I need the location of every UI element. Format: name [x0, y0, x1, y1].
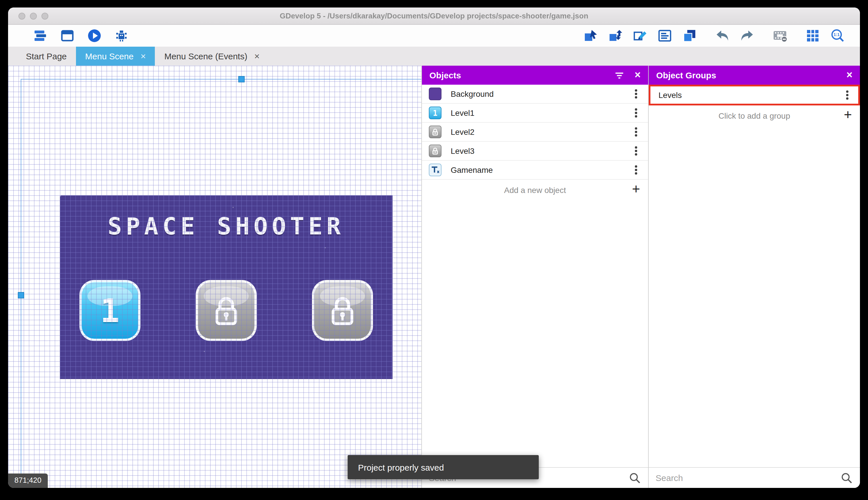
toolbar: 1:1 — [8, 25, 860, 47]
plus-icon: + — [844, 106, 852, 123]
close-panel-icon[interactable]: × — [846, 69, 853, 81]
background-object[interactable]: SPACE SHOOTER 1 — [60, 195, 392, 379]
scene-window-icon[interactable] — [59, 28, 75, 44]
objects-panel-title: Objects — [430, 70, 461, 80]
groups-search-input[interactable] — [656, 473, 840, 483]
save-toast: Project properly saved — [348, 455, 539, 479]
level2-object[interactable] — [196, 280, 257, 341]
level3-object[interactable] — [312, 280, 373, 341]
redo-icon[interactable] — [739, 28, 754, 44]
level1-button-icon: 1 — [429, 106, 442, 119]
star-decoration — [60, 195, 61, 196]
scene-editor-canvas[interactable]: SPACE SHOOTER 1 — [8, 66, 421, 488]
close-window-button[interactable] — [19, 12, 25, 19]
background-swatch-icon — [429, 88, 442, 100]
debug-icon[interactable] — [114, 28, 129, 44]
play-icon[interactable] — [86, 28, 102, 44]
events-list-icon[interactable] — [657, 28, 672, 44]
search-icon[interactable] — [840, 471, 853, 484]
project-manager-icon[interactable] — [32, 28, 48, 44]
object-row-background[interactable]: Background — [422, 85, 648, 104]
move-object-icon[interactable] — [607, 28, 623, 44]
object-menu-icon[interactable] — [631, 112, 641, 114]
filter-icon[interactable] — [613, 68, 626, 82]
gamename-text-object[interactable]: SPACE SHOOTER — [60, 213, 392, 240]
zoom-1-1-icon[interactable]: 1:1 — [830, 28, 845, 44]
object-row-level3[interactable]: Level3 — [422, 142, 648, 161]
level1-number: 1 — [100, 292, 119, 329]
object-menu-icon[interactable] — [631, 169, 641, 171]
scene-resize-handle-left[interactable] — [18, 292, 24, 298]
object-menu-icon[interactable] — [631, 93, 641, 95]
plus-icon: + — [632, 181, 640, 197]
object-row-gamename[interactable]: Gamename — [422, 161, 648, 180]
close-tab-icon[interactable]: × — [254, 52, 260, 61]
lock-button-icon — [429, 126, 442, 138]
group-menu-icon[interactable] — [842, 94, 853, 96]
lock-icon — [210, 294, 243, 327]
content-area: SPACE SHOOTER 1 — [8, 66, 860, 488]
lock-icon — [326, 294, 359, 327]
object-groups-panel-title: Object Groups — [656, 70, 716, 80]
close-panel-icon[interactable]: × — [635, 69, 641, 81]
tab-menu-scene[interactable]: Menu Scene × — [76, 47, 155, 66]
add-group-button[interactable]: Click to add a group + — [649, 105, 860, 126]
groups-panel-empty-space — [649, 126, 860, 467]
objects-panel: Objects × Background 1 Level1 — [421, 66, 648, 488]
level-buttons-row: 1 — [60, 280, 392, 341]
tab-start-page[interactable]: Start Page — [17, 47, 76, 66]
edit-object-icon[interactable] — [632, 28, 647, 44]
text-object-icon — [429, 163, 442, 176]
toolbar-left-group — [8, 28, 129, 44]
tab-menu-scene-events[interactable]: Menu Scene (Events) × — [155, 47, 269, 66]
object-groups-panel: Object Groups × Levels Click to add a gr… — [648, 66, 860, 488]
gdevelop-window: GDevelop 5 - /Users/dkarakay/Documents/G… — [8, 8, 860, 488]
lock-button-icon — [429, 145, 442, 157]
deselect-object-icon[interactable] — [583, 28, 598, 44]
tab-bar: Start Page Menu Scene × Menu Scene (Even… — [8, 47, 860, 66]
tab-label: Menu Scene (Events) — [164, 51, 247, 61]
toolbar-right-group: 1:1 — [583, 28, 860, 44]
preview-disabled-icon[interactable] — [772, 28, 787, 44]
object-row-level1[interactable]: 1 Level1 — [422, 104, 648, 123]
undo-icon[interactable] — [714, 28, 730, 44]
add-new-object-button[interactable]: Add a new object + — [422, 180, 648, 200]
object-menu-icon[interactable] — [631, 131, 641, 133]
level1-object[interactable]: 1 — [80, 280, 140, 341]
window-title: GDevelop 5 - /Users/dkarakay/Documents/G… — [8, 12, 860, 20]
traffic-lights — [19, 12, 48, 19]
minimize-window-button[interactable] — [30, 12, 37, 19]
group-row-levels[interactable]: Levels — [649, 85, 860, 105]
objects-panel-header: Objects × — [422, 66, 648, 85]
zoom-window-button[interactable] — [42, 12, 48, 19]
tab-label: Menu Scene — [85, 51, 133, 61]
close-tab-icon[interactable]: × — [140, 52, 146, 61]
grid-icon[interactable] — [805, 28, 820, 44]
object-row-level2[interactable]: Level2 — [422, 123, 648, 142]
tab-label: Start Page — [26, 51, 67, 61]
titlebar: GDevelop 5 - /Users/dkarakay/Documents/G… — [8, 8, 860, 25]
search-icon[interactable] — [629, 471, 641, 484]
layers-icon[interactable] — [681, 28, 697, 44]
groups-search-bar — [649, 467, 860, 488]
zoom-ratio-label: 1:1 — [833, 32, 840, 37]
scene-resize-handle-top[interactable] — [238, 76, 245, 82]
object-menu-icon[interactable] — [631, 150, 641, 152]
objects-panel-empty-space — [422, 200, 648, 467]
cursor-coordinates-badge: 871;420 — [8, 474, 48, 488]
desktop: GDevelop 5 - /Users/dkarakay/Documents/G… — [0, 0, 868, 500]
object-groups-panel-header: Object Groups × — [649, 66, 860, 85]
